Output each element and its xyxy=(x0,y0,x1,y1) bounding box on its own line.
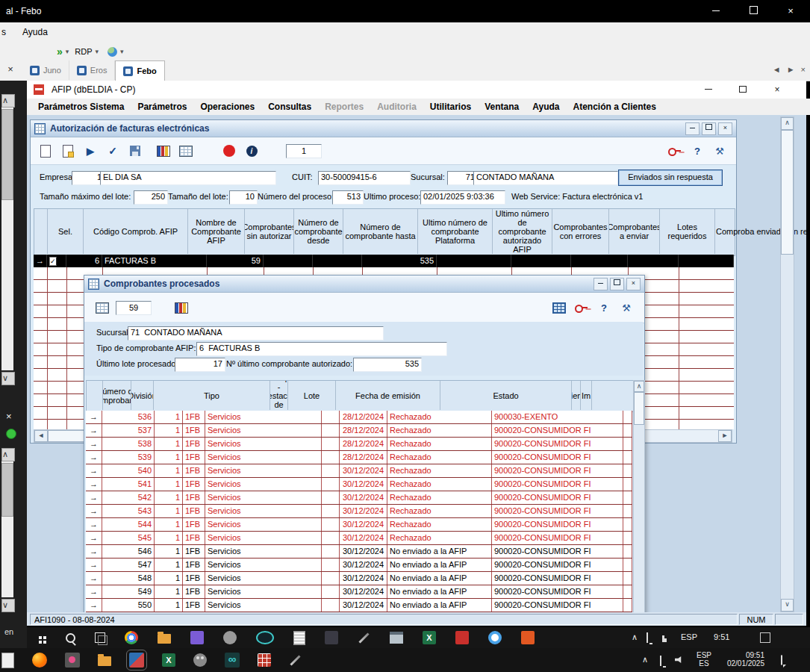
afip-minimize-button[interactable] xyxy=(691,81,726,99)
scroll-up-icon[interactable]: ∧ xyxy=(634,381,644,392)
menu-item[interactable]: Reportes xyxy=(318,99,370,115)
num-proceso-field[interactable]: 513 xyxy=(332,190,364,205)
pen2-icon[interactable] xyxy=(290,655,300,665)
books-button[interactable] xyxy=(155,142,172,160)
app-dark-icon[interactable] xyxy=(325,631,338,644)
validate-button[interactable]: ✓ xyxy=(104,142,122,160)
table-row[interactable]: → 542 1 1FB Servicios 30/12/2024 Rechaza… xyxy=(86,491,632,505)
table-row[interactable]: → 549 1 1FB Servicios 30/12/2024 No envi… xyxy=(86,585,632,599)
menu-item[interactable]: Parámetros xyxy=(131,99,193,115)
sucursal-name-field[interactable]: CONTADO MAÑANA xyxy=(473,171,618,185)
minimize-button[interactable] xyxy=(685,122,700,135)
tray-chevron-icon[interactable]: ∧ xyxy=(642,656,648,664)
menu-item[interactable]: Parámetros Sistema xyxy=(31,99,131,115)
chrome-icon[interactable] xyxy=(125,631,138,644)
export-grid-button[interactable] xyxy=(93,299,111,317)
table-button[interactable] xyxy=(550,299,568,317)
infinity-icon[interactable] xyxy=(225,653,240,668)
column-header[interactable]: Sel. xyxy=(48,209,84,254)
table-row[interactable]: → 550 1 1FB Servicios 30/12/2024 No envi… xyxy=(86,599,632,612)
tray-monitor-icon[interactable] xyxy=(647,632,648,643)
tab[interactable]: Eros xyxy=(69,60,116,80)
column-header[interactable]: Fecha de emisión xyxy=(336,381,440,410)
search-icon[interactable] xyxy=(66,633,75,643)
column-header[interactable]: División xyxy=(131,381,154,410)
host-close-button[interactable]: × xyxy=(773,0,809,22)
tray-monitor-icon[interactable] xyxy=(660,656,661,666)
app-purple-icon[interactable] xyxy=(190,631,204,644)
gimp-icon[interactable] xyxy=(193,653,207,667)
count-field[interactable]: 59 xyxy=(116,301,152,315)
excel-icon[interactable] xyxy=(162,653,175,667)
rdp-toolbar-button[interactable]: RDP xyxy=(75,47,92,56)
column-header[interactable]: Ultimo número de comprobante Plataforma xyxy=(418,209,493,254)
tipo-field[interactable]: 6 FACTURAS B xyxy=(196,342,447,356)
oval-app-icon[interactable] xyxy=(256,631,274,644)
scrollbar-track[interactable] xyxy=(1,461,13,597)
help-button[interactable]: ? xyxy=(688,142,706,160)
column-header[interactable]: Im xyxy=(581,381,592,410)
tray-clock[interactable]: 09:51 02/01/2025 xyxy=(718,651,764,668)
table-row[interactable]: → 541 1 1FB Servicios 30/12/2024 Rechaza… xyxy=(86,478,632,491)
design-icon[interactable] xyxy=(65,653,80,668)
close-button[interactable]: × xyxy=(626,278,641,290)
menu-item[interactable]: Utilitarios xyxy=(423,99,478,115)
vertical-scrollbar[interactable]: ∧ xyxy=(633,380,645,612)
column-header[interactable]: Lotes requeridos xyxy=(660,209,715,254)
table-row[interactable]: → 538 1 1FB Servicios 28/12/2024 Rechaza… xyxy=(86,438,632,451)
app-orange-icon[interactable] xyxy=(521,631,535,644)
afip-close-button[interactable]: × xyxy=(760,81,794,99)
tab[interactable]: Febo xyxy=(115,60,164,81)
key-button[interactable] xyxy=(573,299,591,317)
menu-item[interactable]: Consultas xyxy=(261,99,318,115)
mdi-vertical-scrollbar[interactable]: ∧ ∨ xyxy=(780,116,794,612)
scroll-up-icon[interactable]: ∧ xyxy=(1,94,15,108)
table-row[interactable]: → 537 1 1FB Servicios 28/12/2024 Rechaza… xyxy=(86,424,632,438)
process-counter-field[interactable]: 1 xyxy=(286,144,322,158)
table-row[interactable]: → 546 1 1FB Servicios 30/12/2024 No envi… xyxy=(86,545,632,559)
table-row[interactable]: → 547 1 1FB Servicios 30/12/2024 No envi… xyxy=(86,559,632,572)
new-button[interactable] xyxy=(37,142,54,160)
scrollbar-thumb[interactable] xyxy=(634,392,644,425)
scroll-up-icon[interactable]: ∧ xyxy=(781,117,794,130)
column-header[interactable]: Número de comprobante hasta xyxy=(343,209,418,254)
table-row[interactable]: → 548 1 1FB Servicios 30/12/2024 No envi… xyxy=(86,572,632,585)
app-red-icon[interactable] xyxy=(455,631,469,644)
enviados-sin-respuesta-button[interactable]: Enviados sin respuesta xyxy=(618,169,723,186)
tab-scroll-left-icon[interactable]: ◄ xyxy=(773,65,781,74)
afip-restore-button[interactable] xyxy=(726,81,760,99)
menu-item-ayuda[interactable]: Ayuda xyxy=(22,22,48,43)
chrome-blue-icon[interactable] xyxy=(488,631,502,644)
firefox-icon[interactable] xyxy=(32,653,47,668)
checkbox-checked-icon[interactable]: ✓ xyxy=(49,257,57,266)
books-button[interactable] xyxy=(172,299,190,317)
scroll-left-icon[interactable]: ◄ xyxy=(34,430,48,442)
tools-button[interactable]: ⚒ xyxy=(711,142,729,160)
info-button[interactable]: i xyxy=(243,142,261,160)
restore-button[interactable] xyxy=(702,122,716,135)
dropdown-icon[interactable]: ▾ xyxy=(96,48,99,55)
scrollbar-thumb[interactable] xyxy=(1,463,13,517)
tab[interactable]: Juno xyxy=(22,60,69,80)
column-header[interactable]: Comprobantes con errores xyxy=(552,209,609,254)
scroll-down-icon[interactable]: ∨ xyxy=(781,599,794,612)
cuit-field[interactable]: 30-50009415-6 xyxy=(318,171,411,185)
column-header[interactable]: Nombre de Comprobante AFIP xyxy=(188,209,245,254)
menu-item[interactable]: Ventana xyxy=(478,99,526,115)
app-gray-icon[interactable] xyxy=(223,631,237,644)
start-icon[interactable] xyxy=(39,636,42,639)
table-row[interactable]: → 545 1 1FB Servicios 30/12/2024 Rechaza… xyxy=(86,532,632,545)
ultimo-lote-field[interactable]: 17 xyxy=(175,358,225,372)
host-maximize-button[interactable] xyxy=(735,0,771,22)
cancel-button[interactable] xyxy=(220,142,238,160)
minimize-button[interactable] xyxy=(594,278,608,290)
menu-item[interactable]: Operaciones xyxy=(193,99,261,115)
column-header[interactable]: Número de comprobante desde xyxy=(294,209,343,254)
help-button[interactable]: ? xyxy=(595,299,613,317)
restore-button[interactable] xyxy=(610,278,624,290)
tab-close-button[interactable]: × xyxy=(4,63,16,77)
file-explorer-icon[interactable] xyxy=(158,634,171,644)
doc-partial-icon[interactable] xyxy=(1,653,14,668)
tray-chevron-icon[interactable]: ∧ xyxy=(632,632,638,642)
scroll-up-icon[interactable]: ∧ xyxy=(1,448,15,461)
